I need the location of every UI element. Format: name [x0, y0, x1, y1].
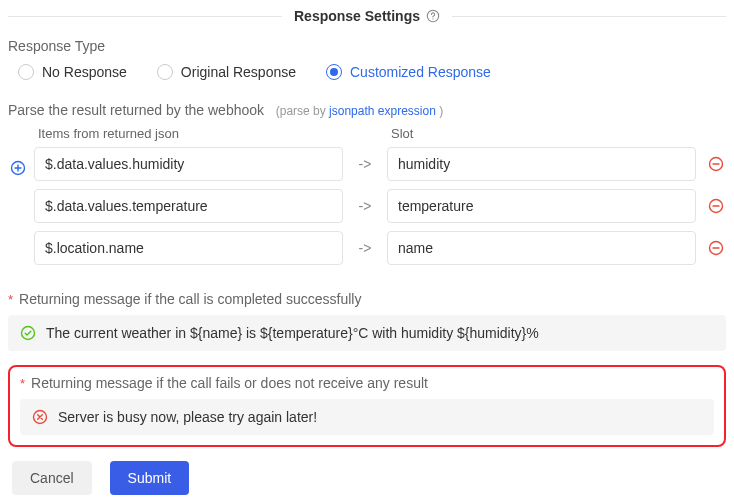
- radio-label: No Response: [42, 64, 127, 80]
- col-header-del: [706, 126, 726, 141]
- json-path-input[interactable]: [34, 189, 343, 223]
- delete-row-button[interactable]: [708, 198, 724, 214]
- delete-row-button[interactable]: [708, 156, 724, 172]
- fail-message-box[interactable]: Server is busy now, please try again lat…: [20, 399, 714, 435]
- required-star: *: [8, 292, 13, 307]
- fail-message-highlight: * Returning message if the call fails or…: [8, 365, 726, 447]
- radio-indicator: [157, 64, 173, 80]
- radio-original-response[interactable]: Original Response: [157, 64, 296, 80]
- parse-hint-suffix: ): [436, 104, 443, 118]
- radio-label: Customized Response: [350, 64, 491, 80]
- arrow-icon: ->: [353, 198, 377, 214]
- radio-no-response[interactable]: No Response: [18, 64, 127, 80]
- mapping-header: Items from returned json Slot: [34, 126, 726, 147]
- slot-input[interactable]: [387, 147, 696, 181]
- fail-message-label: * Returning message if the call fails or…: [20, 375, 714, 391]
- json-path-input[interactable]: [34, 147, 343, 181]
- parse-label: Parse the result returned by the webhook: [8, 102, 264, 118]
- radio-label: Original Response: [181, 64, 296, 80]
- success-message-text: The current weather in ${name} is ${temp…: [46, 325, 539, 341]
- mapping-row: ->: [34, 147, 726, 181]
- action-buttons: Cancel Submit: [8, 461, 726, 495]
- success-message-box[interactable]: The current weather in ${name} is ${temp…: [8, 315, 726, 351]
- slot-input[interactable]: [387, 231, 696, 265]
- divider-right: [452, 16, 726, 17]
- response-type-group: No Response Original Response Customized…: [8, 64, 726, 80]
- add-row-button[interactable]: [10, 160, 26, 176]
- section-header: Response Settings: [8, 8, 726, 24]
- success-label-text: Returning message if the call is complet…: [19, 291, 361, 307]
- jsonpath-link[interactable]: jsonpath expression: [329, 104, 436, 118]
- radio-indicator: [18, 64, 34, 80]
- radio-customized-response[interactable]: Customized Response: [326, 64, 491, 80]
- svg-point-1: [432, 18, 433, 19]
- arrow-icon: ->: [353, 156, 377, 172]
- success-message-section: * Returning message if the call is compl…: [8, 291, 726, 351]
- response-type-label: Response Type: [8, 38, 726, 54]
- submit-button[interactable]: Submit: [110, 461, 190, 495]
- col-header-arrow: [353, 126, 377, 141]
- help-icon[interactable]: [426, 9, 440, 23]
- required-star: *: [20, 376, 25, 391]
- mapping-row: ->: [34, 189, 726, 223]
- slot-input[interactable]: [387, 189, 696, 223]
- col-header-json: Items from returned json: [34, 126, 343, 141]
- mapping-table: Items from returned json Slot -> ->: [34, 126, 726, 273]
- fail-label-text: Returning message if the call fails or d…: [31, 375, 428, 391]
- arrow-icon: ->: [353, 240, 377, 256]
- divider-left: [8, 16, 282, 17]
- svg-point-6: [22, 327, 35, 340]
- mapping-row: ->: [34, 231, 726, 265]
- delete-row-button[interactable]: [708, 240, 724, 256]
- fail-message-text: Server is busy now, please try again lat…: [58, 409, 317, 425]
- parse-hint: Parse the result returned by the webhook…: [8, 102, 726, 118]
- section-title-wrap: Response Settings: [282, 8, 452, 24]
- cancel-button[interactable]: Cancel: [12, 461, 92, 495]
- col-header-slot: Slot: [387, 126, 696, 141]
- check-circle-icon: [20, 325, 36, 341]
- section-title: Response Settings: [294, 8, 420, 24]
- json-path-input[interactable]: [34, 231, 343, 265]
- mapping-area: Items from returned json Slot -> ->: [8, 126, 726, 273]
- radio-indicator: [326, 64, 342, 80]
- success-message-label: * Returning message if the call is compl…: [8, 291, 726, 307]
- x-circle-icon: [32, 409, 48, 425]
- parse-hint-prefix: (parse by: [276, 104, 329, 118]
